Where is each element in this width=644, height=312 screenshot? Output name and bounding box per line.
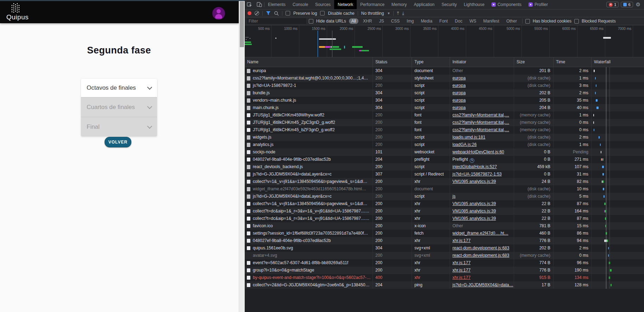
app-scrollbar[interactable] [239, 0, 245, 312]
message-badge[interactable]: 6 [621, 2, 633, 7]
table-row[interactable]: 048027ef-9ba8-404e-9f8b-c037ed8ac52b204p… [245, 156, 644, 163]
filter-pill-other[interactable]: Other [504, 18, 519, 24]
table-row[interactable]: widget_iframe.e2f47d03e592fe463d11656051… [245, 185, 644, 193]
table-row[interactable]: JTUSjIg1_i6t8kCHKm459Wlhyw.woff2200fontc… [245, 112, 644, 119]
tab-memory[interactable]: Memory [388, 0, 410, 9]
tab-lighthouse[interactable]: Lighthouse [460, 0, 488, 9]
column-header-waterfall[interactable]: Waterfall [592, 57, 644, 67]
filter-pill-xhr[interactable]: XHR [361, 18, 374, 24]
table-row[interactable]: collect?v=1&_v=j91&a=1384509456&t=pagevi… [245, 200, 644, 208]
filter-pill-all[interactable]: All [349, 18, 358, 24]
initiator-link[interactable]: xhr.js:177 [452, 268, 470, 273]
initiator-link[interactable]: xhr.js:177 [452, 275, 470, 280]
column-header-initiator[interactable]: Initiator [450, 57, 514, 67]
initiator-link[interactable]: europa [452, 83, 465, 88]
table-row[interactable]: settings?session_id=1f6ef68fd3f723a70352… [245, 230, 644, 237]
tab-console[interactable]: Console [289, 0, 312, 9]
error-badge[interactable]: ✕ 1 [606, 2, 619, 7]
initiator-link[interactable]: css2?family=Montserrat:ital,… [452, 113, 509, 117]
preflight-info-icon[interactable]: ⇅ [470, 158, 474, 163]
initiator-link[interactable]: js?id=UA-158679872-1:53 [452, 172, 502, 177]
initiator-link[interactable]: react-dom.development.js:683 [452, 253, 509, 258]
initiator-link[interactable]: loadjs.umd.js:181 [452, 135, 485, 140]
inspect-element-icon[interactable] [247, 2, 252, 7]
table-row[interactable]: js?id=G-JGJDM59X04&l=dataLayer&cx=c307sc… [245, 171, 644, 178]
column-header-time[interactable]: Time [554, 57, 592, 67]
initiator-link[interactable]: js?id=G-JGJDM59X04&l=data… [452, 282, 513, 287]
table-row[interactable]: 048027ef-9ba8-404e-9f8b-c037ed8ac52b200x… [245, 237, 644, 244]
table-row[interactable]: collect?v=2&tid=G-JGJDM59X04&gtm=2oe6n0&… [245, 281, 644, 289]
import-har-icon[interactable]: ⤒ [397, 11, 399, 15]
hide-data-urls-checkbox[interactable] [309, 19, 313, 24]
column-header-status[interactable]: Status [373, 57, 412, 67]
tab-application[interactable]: Application [410, 0, 438, 9]
initiator-link[interactable]: css2?family=Montserrat:ital,… [452, 120, 509, 125]
initiator-link[interactable]: react-dom.development.js:683 [452, 246, 509, 250]
settings-gear-icon[interactable]: ⚙ [636, 1, 640, 8]
initiator-link[interactable]: css2?family=Montserrat:ital,… [452, 127, 509, 132]
tab-profiler[interactable]: Profiler [525, 0, 551, 9]
avatar[interactable] [212, 7, 225, 20]
table-row[interactable]: vendors~main.chunk.js304scripteuropa205 … [245, 97, 644, 104]
table-row[interactable]: react_devtools_backend.js200scriptinject… [245, 163, 644, 171]
filter-pill-manifest[interactable]: Manifest [481, 18, 502, 24]
filter-pill-font[interactable]: Font [437, 18, 450, 24]
initiator-link[interactable]: europa [452, 98, 465, 103]
column-header-name[interactable]: Name [245, 57, 373, 67]
clear-icon[interactable] [255, 11, 259, 15]
column-header-size[interactable]: Size [514, 57, 554, 67]
hide-data-urls-label[interactable]: Hide data URLs [316, 19, 346, 24]
column-header-type[interactable]: Type [412, 57, 450, 67]
disable-cache-label[interactable]: Disable cache [328, 11, 354, 16]
app-scrollbar-thumb[interactable] [240, 1, 244, 47]
table-row[interactable]: JTURjIg1_i6t8kCHKm45_bZF3gnD_g.woff2200f… [245, 126, 644, 134]
filter-pill-ws[interactable]: WS [467, 18, 479, 24]
filter-pill-css[interactable]: CSS [388, 18, 402, 24]
table-row[interactable]: group?l=10&o=0&g=matchStage200xhrxhr.js:… [245, 267, 644, 274]
table-row[interactable]: collect?t=dc&aip=1&_r=3&v=1&_v=j91&tid=U… [245, 208, 644, 215]
table-row[interactable]: europa304documentOther201 B2 ms [245, 67, 644, 75]
filter-pill-js[interactable]: JS [376, 18, 386, 24]
quipus-logo[interactable]: Quipus [6, 3, 29, 21]
throttling-caret-icon[interactable]: ▼ [387, 12, 390, 15]
preserve-log-label[interactable]: Preserve log [293, 11, 317, 16]
table-row[interactable]: sockjs-node101websocketwebpackHotDevClie… [245, 148, 644, 156]
tab-security[interactable]: Security [438, 0, 460, 9]
table-row[interactable]: analytics.js200scriptloadGA.js:26(disk c… [245, 141, 644, 148]
disable-cache-checkbox[interactable] [320, 11, 325, 15]
table-row[interactable]: favicon.ico200x-iconOther781 B15 ms [245, 222, 644, 230]
has-blocked-cookies-label[interactable]: Has blocked cookies [533, 19, 571, 24]
initiator-link[interactable]: VM1085 analytics.js:39 [452, 201, 496, 206]
tab-elements[interactable]: Elements [264, 0, 289, 9]
table-row[interactable]: JTURjIg1_i6t8kCHKm45_ZpC3gnD_g.woff2200f… [245, 119, 644, 126]
table-row[interactable]: bundle.js304scripteuropa202 B2 ms [245, 89, 644, 97]
tab-performance[interactable]: Performance [357, 0, 388, 9]
table-row[interactable]: avatar+4.svg200svg+xmlreact-dom.developm… [245, 252, 644, 259]
table-row[interactable]: event?e=5602ac57-6307-4d61-8f8b-bb89269a… [245, 259, 644, 267]
filter-pill-doc[interactable]: Doc [452, 18, 465, 24]
table-row[interactable]: collect?v=1&_v=j91&a=1384509456&t=pagevi… [245, 178, 644, 185]
initiator-link[interactable]: europa [452, 105, 465, 110]
export-har-icon[interactable]: ⤓ [402, 11, 404, 15]
filter-pill-media[interactable]: Media [418, 18, 435, 24]
initiator-link[interactable]: injectGlobalHook.js:527 [452, 164, 497, 169]
table-row[interactable]: widgets.js200scriptloadjs.umd.js:181(dis… [245, 134, 644, 141]
volver-button[interactable]: VOLVER [105, 137, 131, 147]
tab-network[interactable]: Network [334, 0, 357, 9]
timeline-overview[interactable]: 500 ms1000 ms1500 ms2000 ms2500 ms3000 m… [245, 25, 644, 57]
initiator-link[interactable]: VM1085 analytics.js:39 [452, 179, 496, 184]
filter-input[interactable] [247, 18, 306, 24]
initiator-link[interactable]: europa [452, 76, 465, 81]
table-row[interactable]: js?id=G-JGJDM59X04&l=dataLayer&cx=c200sc… [245, 193, 644, 200]
preserve-log-checkbox[interactable] [286, 11, 290, 15]
table-row[interactable]: main.chunk.js304scripteuropa204 B40 ms [245, 104, 644, 112]
device-toolbar-icon[interactable] [257, 2, 262, 7]
initiator-link[interactable]: europa [452, 90, 465, 95]
initiator-link[interactable]: widget_iframe.e2f47d0….ht… [452, 231, 508, 236]
table-row[interactable]: by-quipus-event-and-match-stage?l=100&o=… [245, 274, 644, 281]
initiator-link[interactable]: VM1085 analytics.js:39 [452, 216, 496, 221]
has-blocked-cookies-checkbox[interactable] [525, 19, 530, 24]
initiator-link[interactable]: js [452, 194, 456, 199]
filter-funnel-icon[interactable] [266, 11, 271, 15]
phase-select-octavos-de-finales[interactable]: Octavos de finales [81, 79, 157, 97]
